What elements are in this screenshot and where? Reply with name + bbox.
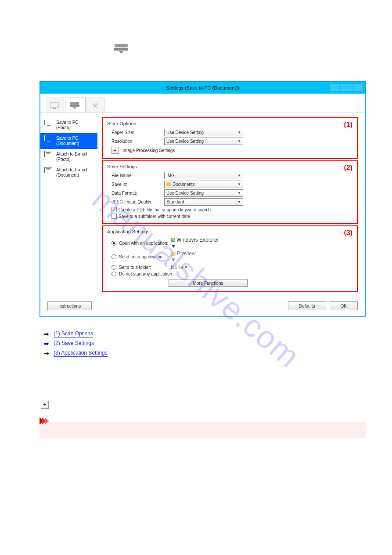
sidebar-label: Attach to E-mail (Document): [56, 167, 87, 178]
device-download-icon: [70, 102, 79, 109]
open-app-label: Open with an application:: [119, 241, 171, 246]
monitor-icon: [50, 102, 59, 109]
marker-2: (2): [344, 164, 352, 172]
save-title: Save Settings: [107, 164, 352, 169]
sidebar-label: Save to PC (Photo): [56, 120, 79, 131]
scan-options-box: (1) Scan Options Paper Size: Use Device …: [102, 117, 358, 159]
sidebar-item-photo[interactable]: Save to PC (Photo): [40, 117, 97, 133]
sidebar-item-email-doc[interactable]: Attach to E-mail (Document): [40, 165, 97, 181]
expand-image-processing[interactable]: +: [111, 147, 119, 154]
device-icon-top: [114, 44, 366, 55]
arrow-icon: ➡: [44, 340, 49, 347]
tab-strip: ⚒: [40, 94, 365, 113]
bullet-link-3[interactable]: (3) Application Settings: [54, 350, 108, 357]
pc-icon: [44, 120, 54, 128]
chevron-down-icon: ▼: [237, 200, 241, 204]
mail-icon: [44, 167, 54, 175]
send-app-label: Send to an application:: [119, 254, 171, 259]
no-app-label: Do not start any application: [119, 272, 172, 276]
plus-icon-inline: +: [41, 401, 49, 409]
pc-icon: [44, 136, 54, 144]
paper-size-label: Paper Size:: [107, 130, 164, 135]
send-app-dropdown[interactable]: Preview▼: [171, 250, 196, 263]
tab-device-active[interactable]: [65, 98, 84, 112]
bullet-link-1[interactable]: (1) Scan Options: [54, 330, 93, 337]
arrow-icon: ➡: [44, 350, 49, 357]
paper-size-dropdown[interactable]: Use Device Setting▼: [164, 129, 243, 136]
radio-send-app[interactable]: [111, 254, 116, 259]
explorer-icon: [171, 238, 175, 242]
maximize-button[interactable]: [341, 84, 352, 91]
defaults-button[interactable]: Defaults: [288, 301, 326, 310]
tab-pc[interactable]: [45, 98, 64, 112]
preview-icon: [171, 252, 176, 256]
save-settings-box: (2) Save Settings File Name: IMG▼ Save i…: [102, 160, 358, 224]
settings-window: Settings (Save to PC (Document)) ⚒: [40, 81, 366, 317]
format-label: Data Format:: [107, 191, 164, 196]
chevron-down-icon: ▼: [237, 191, 241, 195]
instructions-button[interactable]: Instructions: [47, 301, 92, 310]
body-text: +: [40, 401, 366, 409]
chevron-down-icon: ▼: [237, 131, 241, 134]
svg-rect-1: [53, 108, 56, 109]
marker-1: (1): [344, 121, 352, 129]
folder-icon: [166, 182, 171, 186]
chevron-down-icon: ▼: [237, 174, 241, 178]
radio-send-folder[interactable]: [111, 265, 116, 270]
sidebar-label: Attach to E-mail (Photo): [56, 152, 87, 162]
chevron-down-icon: ▼: [183, 264, 189, 270]
subfolder-checkbox-label: Save to a subfolder with current date: [119, 214, 190, 219]
sidebar-item-email-photo[interactable]: Attach to E-mail (Photo): [40, 149, 97, 165]
window-title: Settings (Save to PC (Document)): [166, 85, 239, 91]
savein-label: Save in:: [107, 182, 164, 187]
chevron-down-icon: ▼: [237, 139, 241, 143]
svg-rect-0: [50, 102, 58, 108]
send-folder-label: Send to a folder:: [119, 265, 171, 270]
radio-open-app[interactable]: [111, 241, 116, 246]
tab-tools[interactable]: ⚒: [85, 98, 104, 112]
format-dropdown[interactable]: Use Device Setting▼: [164, 189, 243, 197]
jpeg-label: JPEG Image Quality:: [107, 200, 164, 204]
minimize-button[interactable]: [330, 84, 340, 91]
important-note: [40, 422, 366, 438]
sidebar: Save to PC (Photo) Save to PC (Document)…: [40, 113, 97, 298]
tools-icon: ⚒: [92, 102, 98, 109]
content-panels: (1) Scan Options Paper Size: Use Device …: [97, 113, 365, 298]
chevron-important-icon: [40, 417, 47, 424]
filename-label: File Name:: [107, 173, 164, 178]
radio-no-app[interactable]: [111, 272, 116, 276]
image-processing-label: Image Processing Settings: [122, 148, 175, 153]
filename-input[interactable]: IMG▼: [164, 172, 243, 179]
resolution-label: Resolution:: [107, 139, 164, 144]
arrow-icon: ➡: [44, 330, 49, 337]
bullet-link-2[interactable]: (2) Save Settings: [54, 340, 94, 347]
jpeg-dropdown[interactable]: Standard▼: [164, 198, 243, 206]
open-app-dropdown[interactable]: Windows Explorer▼: [171, 237, 219, 249]
send-folder-dropdown[interactable]: None▼: [171, 264, 189, 270]
app-title: Application Settings: [107, 229, 352, 234]
resolution-dropdown[interactable]: Use Device Setting▼: [164, 138, 243, 145]
chevron-down-icon: ▼: [171, 257, 176, 263]
scan-title: Scan Options: [107, 121, 352, 126]
sidebar-item-document[interactable]: Save to PC (Document): [40, 133, 97, 149]
mail-icon: [44, 152, 54, 160]
bullet-links: ➡ (1) Scan Options ➡ (2) Save Settings ➡…: [44, 330, 366, 357]
chevron-down-icon: ▼: [171, 243, 176, 249]
pdf-checkbox-label: Create a PDF file that supports keyword …: [119, 207, 211, 212]
chevron-down-icon: ▼: [237, 182, 241, 186]
app-settings-box: (3) Application Settings Open with an ap…: [102, 225, 358, 292]
savein-dropdown[interactable]: Documents▼: [164, 181, 243, 188]
subfolder-checkbox[interactable]: [111, 214, 117, 219]
download-device-icon: [114, 44, 128, 54]
marker-3: (3): [344, 229, 352, 237]
ok-button[interactable]: OK: [330, 301, 358, 310]
more-functions-button[interactable]: More Functions: [169, 279, 248, 287]
window-titlebar: Settings (Save to PC (Document)): [40, 82, 365, 94]
pdf-checkbox[interactable]: ✓: [111, 207, 117, 212]
bottom-bar: Instructions Defaults OK: [40, 298, 365, 312]
close-button[interactable]: [352, 84, 363, 91]
sidebar-label: Save to PC (Document): [56, 136, 79, 146]
